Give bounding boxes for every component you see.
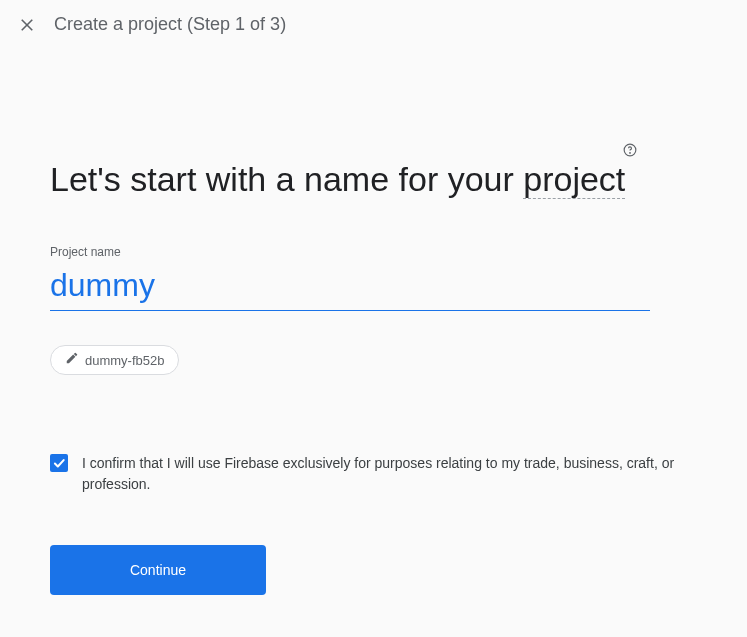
heading-prefix: Let's start with a name for your xyxy=(50,160,523,198)
project-name-field: Project name xyxy=(50,245,697,311)
page-title: Let's start with a name for your project xyxy=(50,154,697,205)
project-id-text: dummy-fb52b xyxy=(85,353,164,368)
confirm-row: I confirm that I will use Firebase exclu… xyxy=(50,453,697,495)
confirm-checkbox[interactable] xyxy=(50,454,68,472)
svg-point-3 xyxy=(630,153,631,154)
content-area: Let's start with a name for your project… xyxy=(0,154,747,595)
confirm-text: I confirm that I will use Firebase exclu… xyxy=(82,453,697,495)
close-icon[interactable] xyxy=(18,16,36,34)
dialog-header: Create a project (Step 1 of 3) xyxy=(0,0,747,49)
continue-button[interactable]: Continue xyxy=(50,545,266,595)
heading-project-word: project xyxy=(523,160,625,199)
pencil-icon xyxy=(65,351,79,369)
help-icon[interactable] xyxy=(623,140,637,164)
project-id-chip[interactable]: dummy-fb52b xyxy=(50,345,179,375)
header-title: Create a project (Step 1 of 3) xyxy=(54,14,286,35)
project-name-input[interactable] xyxy=(50,263,650,311)
project-name-label: Project name xyxy=(50,245,697,259)
